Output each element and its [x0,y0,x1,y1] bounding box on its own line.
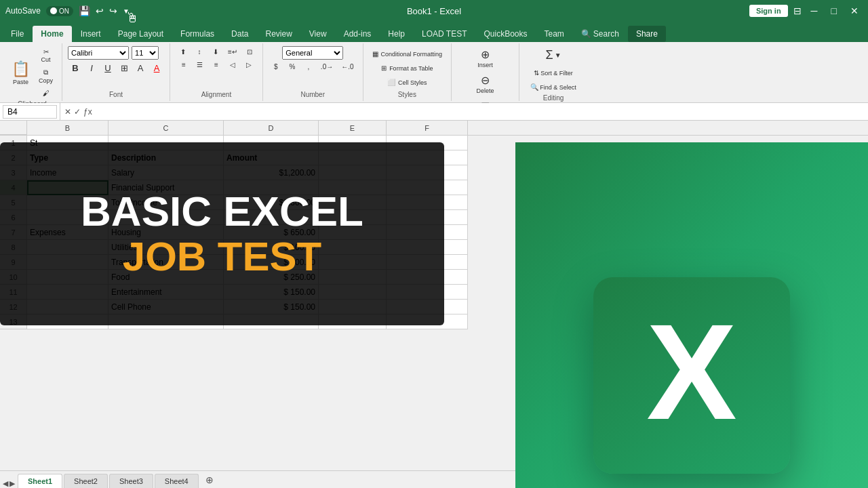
cell-styles-button[interactable]: ⬜ Cell Styles [373,77,441,88]
tab-search[interactable]: 🔍Search [573,26,627,42]
sheet-tab-sheet3[interactable]: Sheet3 [109,474,153,488]
autosum-button[interactable]: Σ ▼ [541,46,566,64]
tab-insert[interactable]: Insert [73,26,109,42]
redo-icon[interactable]: ↪ [109,5,117,16]
tab-team[interactable]: Team [536,26,572,42]
tab-load-test[interactable]: LOAD TEST [414,26,475,42]
add-sheet-button[interactable]: ⊕ [200,472,219,488]
border-button[interactable]: ⊞ [117,61,132,75]
indent-decrease-button[interactable]: ◁ [225,59,240,70]
formula-cancel-icon[interactable]: ✕ [64,107,71,117]
sum-icon: Σ [546,48,553,62]
title-bar-right: Sign in ⊟ ─ □ ✕ [749,5,863,17]
formula-input[interactable] [96,106,868,118]
tab-quickbooks[interactable]: QuickBooks [475,26,535,42]
bold-button[interactable]: B [68,61,83,75]
col-header-c[interactable]: C [108,121,224,135]
italic-button[interactable]: I [84,61,99,75]
cursor-indicator: 🖱 [125,10,139,24]
copy-button[interactable]: ⧉ Copy [35,66,56,86]
font-content: Calibri 11 B I U ⊞ A A [68,46,164,89]
ribbon-display-icon[interactable]: ⊟ [793,5,802,16]
autosave-toggle[interactable]: ON [46,6,73,16]
wrap-text-button[interactable]: ≡↵ [224,46,241,58]
align-right-button[interactable]: ≡ [209,59,224,70]
title-bar-left: AutoSave ON 💾 ↩ ↪ ▼ [5,5,130,16]
align-top-button[interactable]: ⬆ [176,46,191,58]
number-label: Number [300,91,325,98]
toggle-state: ON [59,7,69,15]
tab-data[interactable]: Data [223,26,256,42]
clipboard-group: 📋 Paste ✂ Cut ⧉ Copy 🖌 [3,43,62,101]
percent-style-button[interactable]: % [285,61,300,73]
decrease-decimal-button[interactable]: ←.0 [338,61,357,73]
format-painter-button[interactable]: 🖌 [35,87,56,99]
select-all-corner[interactable] [0,121,27,135]
tab-review[interactable]: Review [257,26,300,42]
fill-color-button[interactable]: A [133,61,148,75]
find-select-button[interactable]: 🔍 Find & Select [527,81,580,93]
format-as-table-button[interactable]: ⊞ Format as Table [373,62,441,74]
align-left-button[interactable]: ≡ [176,59,191,70]
number-content: General Number Currency $ % , .0→ ←.0 [269,46,357,89]
name-box[interactable]: B4 [3,105,57,119]
conditional-formatting-button[interactable]: ▦ Conditional Formatting [369,48,446,60]
insert-cells-button[interactable]: ⊕ Insert [472,46,498,70]
excel-logo-box: X [593,277,790,474]
tab-home[interactable]: Home [33,26,71,42]
format-as-table-icon: ⊞ [381,64,387,72]
sort-filter-button[interactable]: ⇅ Sort & Filter [530,67,576,79]
delete-cells-button[interactable]: ⊖ Delete [472,72,498,96]
col-header-e[interactable]: E [319,121,387,135]
tab-scroll-right[interactable]: ▶ [9,479,15,488]
font-group: Calibri 11 B I U ⊞ A A Font [62,43,170,101]
sign-in-button[interactable]: Sign in [749,5,788,17]
increase-decimal-button[interactable]: .0→ [317,61,336,73]
editing-group: Σ ▼ ⇅ Sort & Filter 🔍 Find & Select Edit… [519,43,587,101]
number-format-select[interactable]: General Number Currency [282,46,343,60]
comma-style-button[interactable]: , [301,61,316,73]
font-size-select[interactable]: 11 [132,46,159,60]
underline-button[interactable]: U [100,61,115,75]
tab-addins[interactable]: Add-ins [336,26,380,42]
title-bar: AutoSave ON 💾 ↩ ↪ ▼ Book1 - Excel Sign i… [0,0,868,22]
sheet-tab-sheet4[interactable]: Sheet4 [155,474,199,488]
tab-view[interactable]: View [301,26,335,42]
align-bottom-button[interactable]: ⬇ [208,46,223,58]
cut-button[interactable]: ✂ Cut [35,46,56,65]
tab-help[interactable]: Help [380,26,413,42]
sort-icon: ⇅ [534,69,539,77]
ribbon-body: 📋 Paste ✂ Cut ⧉ Copy 🖌 [0,42,868,103]
merge-center-button[interactable]: ⊡ [242,46,257,58]
col-header-f[interactable]: F [387,121,468,135]
number-group: General Number Currency $ % , .0→ ←.0 Nu… [263,43,363,101]
alignment-label: Alignment [201,91,231,98]
tab-formulas[interactable]: Formulas [172,26,222,42]
tab-page-layout[interactable]: Page Layout [110,26,172,42]
sheet-tab-sheet1[interactable]: Sheet1 [18,474,62,488]
align-center-button[interactable]: ☰ [193,59,208,70]
col-header-d[interactable]: D [224,121,319,135]
delete-icon: ⊖ [481,74,490,87]
restore-button[interactable]: □ [827,5,841,16]
close-button[interactable]: ✕ [846,5,863,16]
currency-style-button[interactable]: $ [269,61,283,73]
tab-share[interactable]: Share [628,26,666,42]
alignment-group: ⬆ ↕ ⬇ ≡↵ ⊡ ≡ ☰ ≡ ◁ ▷ Alignment [170,43,263,101]
tab-file[interactable]: File [3,26,32,42]
tab-scroll-left[interactable]: ◀ [3,479,8,488]
save-icon[interactable]: 💾 [79,5,90,16]
undo-icon[interactable]: ↩ [96,5,104,16]
font-color-button[interactable]: A [149,61,164,75]
font-family-select[interactable]: Calibri [68,46,129,60]
align-middle-button[interactable]: ↕ [192,46,207,58]
minimize-button[interactable]: ─ [807,5,822,16]
col-header-b[interactable]: B [27,121,108,135]
banner-line1: BASIC EXCEL [81,188,363,235]
formula-confirm-icon[interactable]: ✓ [74,107,81,117]
sheet-tab-sheet2[interactable]: Sheet2 [64,474,108,488]
toggle-dot [50,7,57,14]
insert-function-icon[interactable]: ƒx [83,107,92,117]
paste-button[interactable]: 📋 Paste [8,58,33,87]
indent-increase-button[interactable]: ▷ [241,59,256,70]
